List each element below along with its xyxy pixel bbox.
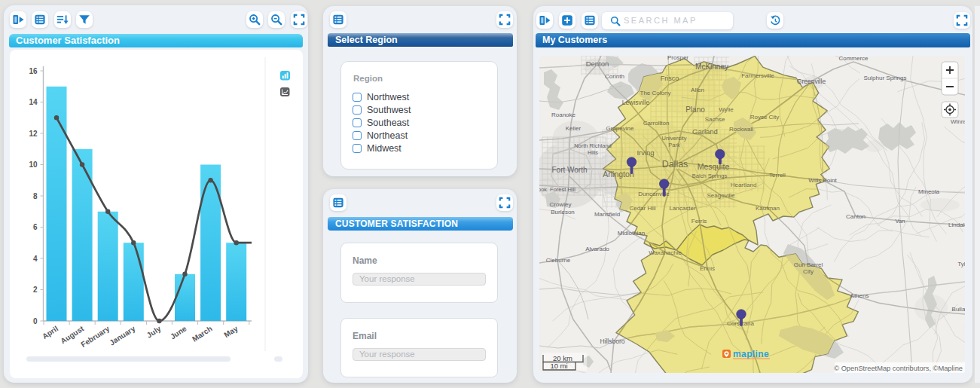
svg-text:Midlothian: Midlothian <box>618 230 645 237</box>
svg-text:Crowley: Crowley <box>550 201 572 208</box>
svg-text:February: February <box>79 324 111 349</box>
svg-text:Hills: Hills <box>588 149 598 156</box>
svg-text:Burleson: Burleson <box>551 209 575 215</box>
svg-text:Wylie: Wylie <box>719 106 734 113</box>
svg-text:Rockwall: Rockwall <box>729 126 753 133</box>
svg-text:Seagoville: Seagoville <box>707 192 735 199</box>
svg-text:Greenville: Greenville <box>797 78 826 85</box>
svg-text:Keller: Keller <box>566 125 582 132</box>
svg-text:Roanoke: Roanoke <box>551 112 576 118</box>
svg-text:Hillsboro: Hillsboro <box>600 338 624 345</box>
svg-text:Frisco: Frisco <box>661 75 679 82</box>
svg-text:10 mi: 10 mi <box>550 362 567 370</box>
svg-text:Gun Barrel: Gun Barrel <box>794 261 823 268</box>
svg-text:Prosper: Prosper <box>667 56 688 61</box>
svg-text:Bullard: Bullard <box>952 306 965 313</box>
svg-text:Athens: Athens <box>850 292 869 299</box>
svg-text:Mesquite: Mesquite <box>698 162 730 171</box>
svg-text:North Richland: North Richland <box>574 142 612 149</box>
svg-text:2: 2 <box>33 286 38 294</box>
svg-text:University: University <box>662 135 687 142</box>
svg-text:June: June <box>169 324 188 341</box>
svg-text:Cleburne: Cleburne <box>546 257 571 264</box>
svg-text:Van: Van <box>896 218 905 225</box>
svg-text:Grapevine: Grapevine <box>606 125 634 132</box>
svg-text:Denton: Denton <box>586 60 609 68</box>
svg-text:Ennis: Ennis <box>700 265 715 272</box>
svg-text:Ferris: Ferris <box>691 218 707 225</box>
svg-text:8: 8 <box>33 192 38 200</box>
svg-text:Alvarado: Alvarado <box>585 246 609 252</box>
svg-text:10: 10 <box>29 160 38 169</box>
svg-text:Farmersville: Farmersville <box>741 72 774 79</box>
svg-text:Fort Worth: Fort Worth <box>551 166 587 174</box>
svg-text:Garland: Garland <box>692 127 718 136</box>
svg-text:January: January <box>108 324 137 347</box>
svg-text:Lindale: Lindale <box>948 221 965 228</box>
svg-text:Mineola: Mineola <box>918 188 940 195</box>
svg-text:Benbrook: Benbrook <box>539 186 547 193</box>
svg-text:Terrell: Terrell <box>769 172 786 179</box>
svg-text:12: 12 <box>29 130 38 138</box>
svg-text:© OpenStreetMap contributors,: © OpenStreetMap contributors, ©Mapline <box>834 365 963 372</box>
svg-text:Irving: Irving <box>637 148 654 157</box>
svg-text:Corinth: Corinth <box>605 73 624 80</box>
svg-text:Allen: Allen <box>691 87 704 93</box>
svg-text:April: April <box>41 324 60 341</box>
svg-text:Cedar Hill: Cedar Hill <box>629 205 655 212</box>
svg-text:Tyler: Tyler <box>957 261 965 267</box>
svg-text:0: 0 <box>33 317 38 325</box>
svg-text:Arlington: Arlington <box>603 170 634 179</box>
svg-text:Forest Hill: Forest Hill <box>550 186 575 193</box>
svg-text:March: March <box>191 324 214 343</box>
svg-text:Winnsboro: Winnsboro <box>951 118 965 125</box>
svg-text:Balch Springs: Balch Springs <box>692 173 728 179</box>
svg-text:16: 16 <box>29 67 38 75</box>
svg-text:Carrollton: Carrollton <box>643 120 670 127</box>
svg-text:Kaufman: Kaufman <box>756 205 780 212</box>
svg-text:4: 4 <box>33 255 38 263</box>
svg-text:McKinney: McKinney <box>695 63 728 71</box>
svg-text:Canton: Canton <box>846 213 866 220</box>
svg-text:Mansfield: Mansfield <box>594 211 620 218</box>
svg-text:mapline: mapline <box>733 349 769 359</box>
svg-text:Plano: Plano <box>685 105 705 114</box>
svg-text:Wills Point: Wills Point <box>808 177 837 184</box>
svg-text:Dallas: Dallas <box>662 159 688 170</box>
svg-text:Heartland: Heartland <box>731 182 757 188</box>
svg-text:Waxahachie: Waxahachie <box>649 249 682 256</box>
svg-text:Lancaster: Lancaster <box>669 205 695 212</box>
svg-text:20 km: 20 km <box>553 354 572 362</box>
svg-text:Sulphur Springs: Sulphur Springs <box>864 75 907 81</box>
svg-text:Commerce: Commerce <box>838 56 869 62</box>
svg-text:July: July <box>145 324 163 339</box>
svg-text:Royse City: Royse City <box>750 114 780 121</box>
svg-text:May: May <box>222 324 240 339</box>
svg-text:14: 14 <box>29 98 38 106</box>
svg-text:6: 6 <box>33 223 38 231</box>
svg-text:The Colony: The Colony <box>640 90 671 96</box>
svg-text:City: City <box>803 268 814 275</box>
svg-text:Sachse: Sachse <box>705 116 725 123</box>
svg-text:Lewisville: Lewisville <box>622 99 650 106</box>
svg-text:Park: Park <box>668 142 680 148</box>
